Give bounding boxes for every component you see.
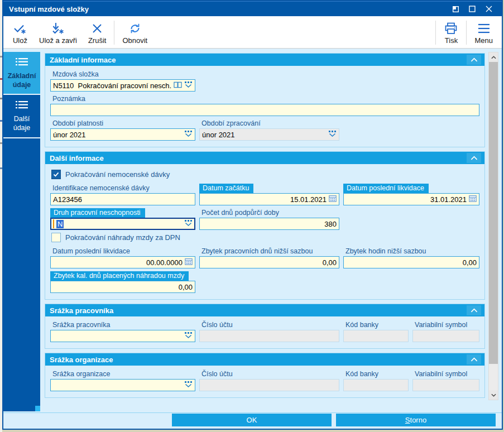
section-title: Další informace bbox=[50, 154, 467, 162]
datum-zacatku-input[interactable]: 15.01.2021 bbox=[199, 193, 339, 205]
form-content: Základní informace Mzdová složka N5110 P… bbox=[40, 52, 487, 412]
datum-posledni-likvidace-input[interactable]: 31.01.2021 bbox=[343, 193, 479, 205]
field-label: Mzdová složka bbox=[50, 70, 100, 79]
checkbox-pokracovani-nemocenske-davky[interactable] bbox=[51, 170, 61, 179]
scroll-down-icon[interactable] bbox=[489, 390, 498, 400]
datum-posledni-likvidace-2-input[interactable]: 00.00.0000 bbox=[50, 256, 195, 268]
calendar-icon[interactable] bbox=[469, 195, 477, 204]
hamburger-icon bbox=[477, 22, 491, 35]
calendar-icon[interactable] bbox=[329, 195, 337, 204]
list-icon bbox=[15, 57, 28, 69]
field-label: Poznámka bbox=[50, 94, 87, 104]
variabilni-symbol-input bbox=[412, 330, 479, 342]
dropdown-icon[interactable] bbox=[184, 220, 193, 228]
section-title: Srážka pracovníka bbox=[50, 306, 467, 315]
book-lookup-icon[interactable] bbox=[174, 81, 182, 90]
field-label-highlighted: Datum začátku bbox=[199, 184, 253, 193]
print-button-label: Tisk bbox=[445, 36, 458, 45]
section-header: Základní informace bbox=[45, 54, 484, 66]
section-srazka-pracovnika: Srážka pracovníka Srážka pracovníka bbox=[45, 304, 485, 349]
scrollbar-track[interactable] bbox=[489, 62, 498, 390]
save-and-close-button[interactable]: Ulož a zavři bbox=[33, 18, 83, 47]
refresh-button-label: Obnovit bbox=[122, 36, 147, 45]
field-label: Kód banky bbox=[343, 369, 380, 379]
dropdown-icon[interactable] bbox=[184, 332, 193, 340]
sidebar: Základní údaje Další údaje bbox=[3, 52, 40, 411]
save-and-close-button-label: Ulož a zavři bbox=[39, 36, 77, 45]
field-label: Číslo účtu bbox=[199, 320, 234, 330]
storno-button[interactable]: Storno bbox=[336, 414, 496, 426]
collapse-chevron-icon[interactable] bbox=[467, 55, 481, 65]
srazka-organizace-input[interactable] bbox=[50, 379, 195, 391]
field-label: Období zpracování bbox=[199, 119, 262, 128]
footer-bar: OK Storno bbox=[3, 412, 502, 429]
section-title: Srážka organizace bbox=[50, 356, 467, 364]
section-header: Další informace bbox=[45, 152, 484, 164]
maximize-icon[interactable] bbox=[464, 3, 481, 15]
field-label: Počet dnů podpůrčí doby bbox=[199, 208, 280, 218]
field-label: Variabilní symbol bbox=[412, 320, 468, 330]
scroll-up-icon[interactable] bbox=[489, 52, 498, 62]
checkbox-pokracovani-nahrady-mzdy[interactable] bbox=[51, 233, 61, 242]
druh-pracovni-neschopnosti-input[interactable]: N bbox=[50, 218, 195, 230]
menu-button-label: Menu bbox=[474, 36, 493, 45]
sidebar-tab-dalsi-udaje[interactable]: Další údaje bbox=[3, 95, 40, 138]
refresh-button[interactable]: Obnovit bbox=[117, 18, 153, 47]
list-icon bbox=[15, 100, 28, 112]
toolbar-separator bbox=[435, 21, 436, 45]
field-label: Srážka organizace bbox=[50, 369, 112, 379]
field-label: Zbytek pracovních dnů nižší sazbou bbox=[199, 247, 314, 256]
toolbar-separator bbox=[114, 21, 114, 45]
toolbar-spacer bbox=[153, 18, 433, 47]
close-icon[interactable] bbox=[481, 3, 497, 15]
title-bar: Vstupní mzdové složky bbox=[3, 1, 502, 16]
refresh-arrows-icon bbox=[128, 22, 142, 35]
poznamka-input[interactable] bbox=[50, 104, 479, 116]
field-label-highlighted: Zbytek kal. dnů placených náhradou mzdy bbox=[50, 271, 189, 281]
identifikace-input[interactable]: A123456 bbox=[50, 193, 195, 205]
srazka-pracovnika-input[interactable] bbox=[50, 330, 195, 342]
menu-button[interactable]: Menu bbox=[469, 18, 498, 47]
toolbar: Ulož Ulož a zavři Zrušit Obnovit bbox=[3, 16, 502, 49]
vertical-scrollbar[interactable] bbox=[488, 52, 498, 400]
save-button-label: Ulož bbox=[13, 36, 27, 45]
obdobi-platnosti-input[interactable]: únor 2021 bbox=[50, 128, 195, 141]
field-label: Variabilní symbol bbox=[412, 369, 468, 379]
printer-icon bbox=[444, 22, 458, 35]
cislo-uctu-input bbox=[199, 330, 339, 342]
ok-button[interactable]: OK bbox=[172, 414, 332, 426]
restore-window-icon[interactable] bbox=[447, 3, 464, 15]
calendar-icon[interactable] bbox=[185, 258, 193, 267]
scrollbar-thumb[interactable] bbox=[489, 62, 498, 364]
checkbox-label: Pokračování náhrady mzdy za DPN bbox=[65, 233, 180, 242]
dialog-window: Vstupní mzdové složky Ulož Ulož a zavři bbox=[2, 0, 503, 430]
variabilni-symbol-input bbox=[412, 379, 479, 391]
print-button[interactable]: Tisk bbox=[438, 18, 464, 47]
dropdown-icon[interactable] bbox=[184, 381, 193, 390]
section-dalsi-informace: Další informace Pokračování nemocenské d… bbox=[45, 151, 485, 300]
kod-banky-input bbox=[343, 330, 409, 342]
collapse-chevron-icon[interactable] bbox=[467, 153, 481, 163]
field-label: Číslo účtu bbox=[199, 369, 234, 379]
cislo-uctu-input bbox=[199, 379, 339, 391]
sidebar-tab-label: Další údaje bbox=[6, 115, 38, 132]
zbytek-pracovnich-dnu-input[interactable]: 0,00 bbox=[199, 256, 339, 268]
dropdown-icon[interactable] bbox=[184, 81, 193, 90]
cancel-button-label: Zrušit bbox=[88, 36, 107, 45]
window-title: Vstupní mzdové složky bbox=[9, 5, 447, 13]
zbytek-kal-dnu-input[interactable]: 0,00 bbox=[50, 281, 195, 293]
sidebar-tab-zakladni-udaje[interactable]: Základní údaje bbox=[3, 52, 40, 95]
field-label: Identifikace nemocenské dávky bbox=[50, 184, 151, 193]
field-label: Srážka pracovníka bbox=[50, 320, 112, 330]
dropdown-icon[interactable] bbox=[184, 131, 193, 139]
mzdova-slozka-input[interactable]: N5110 Pokračování pracovní nesch. bbox=[50, 79, 195, 92]
pocet-dnu-input[interactable]: 380 bbox=[199, 218, 339, 230]
collapse-chevron-icon[interactable] bbox=[467, 354, 481, 364]
save-button[interactable]: Ulož bbox=[7, 18, 33, 47]
section-header: Srážka organizace bbox=[45, 353, 484, 366]
cancel-button[interactable]: Zrušit bbox=[83, 18, 112, 47]
field-label-highlighted: Datum poslední likvidace bbox=[343, 184, 429, 193]
collapse-chevron-icon[interactable] bbox=[467, 305, 481, 315]
zbytek-hodin-input[interactable]: 0,00 bbox=[343, 256, 479, 268]
main-area: Základní údaje Další údaje Základní info… bbox=[3, 49, 502, 412]
